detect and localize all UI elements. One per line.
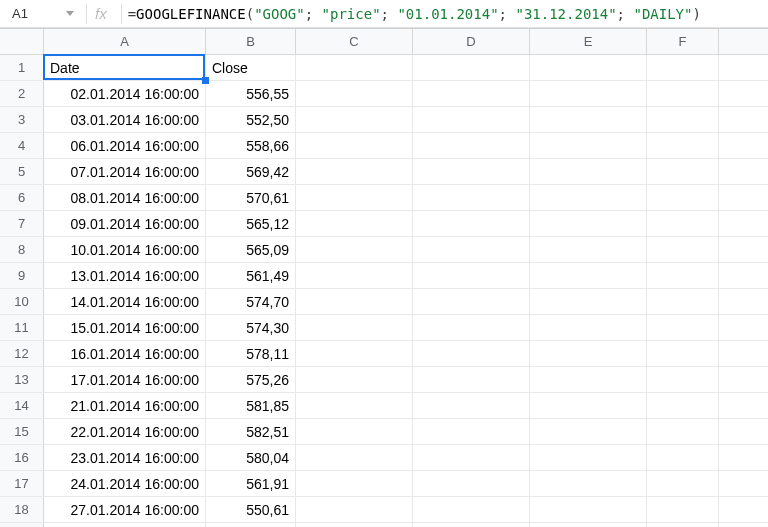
- cell-f1[interactable]: [647, 55, 719, 80]
- cell-a19[interactable]: 28.01.2014 16:00:00: [44, 523, 206, 527]
- cell-f5[interactable]: [647, 159, 719, 184]
- cell-e9[interactable]: [530, 263, 647, 288]
- row-header[interactable]: 16: [0, 445, 44, 470]
- cell-a13[interactable]: 17.01.2014 16:00:00: [44, 367, 206, 392]
- cell-b14[interactable]: 581,85: [206, 393, 296, 418]
- cell-e11[interactable]: [530, 315, 647, 340]
- cell-e15[interactable]: [530, 419, 647, 444]
- cell-d6[interactable]: [413, 185, 530, 210]
- cell-d19[interactable]: [413, 523, 530, 527]
- row-header[interactable]: 18: [0, 497, 44, 522]
- cell-f12[interactable]: [647, 341, 719, 366]
- formula-input[interactable]: =GOOGLEFINANCE("GOOG"; "price"; "01.01.2…: [128, 6, 764, 22]
- column-header-a[interactable]: A: [44, 29, 206, 54]
- cell-d17[interactable]: [413, 471, 530, 496]
- cell-d14[interactable]: [413, 393, 530, 418]
- cell-b5[interactable]: 569,42: [206, 159, 296, 184]
- cell-b3[interactable]: 552,50: [206, 107, 296, 132]
- cell-e8[interactable]: [530, 237, 647, 262]
- cell-c9[interactable]: [296, 263, 413, 288]
- cell-b11[interactable]: 574,30: [206, 315, 296, 340]
- cell-e12[interactable]: [530, 341, 647, 366]
- cell-b1[interactable]: Close: [206, 55, 296, 80]
- cell-a11[interactable]: 15.01.2014 16:00:00: [44, 315, 206, 340]
- name-box[interactable]: A1: [4, 6, 80, 21]
- row-header[interactable]: 19: [0, 523, 44, 527]
- cell-b18[interactable]: 550,61: [206, 497, 296, 522]
- cell-e16[interactable]: [530, 445, 647, 470]
- cell-e2[interactable]: [530, 81, 647, 106]
- cell-d3[interactable]: [413, 107, 530, 132]
- cell-f13[interactable]: [647, 367, 719, 392]
- cell-e19[interactable]: [530, 523, 647, 527]
- cell-b9[interactable]: 561,49: [206, 263, 296, 288]
- column-header-d[interactable]: D: [413, 29, 530, 54]
- cell-c18[interactable]: [296, 497, 413, 522]
- cell-b6[interactable]: 570,61: [206, 185, 296, 210]
- cell-c2[interactable]: [296, 81, 413, 106]
- cell-a17[interactable]: 24.01.2014 16:00:00: [44, 471, 206, 496]
- cell-b7[interactable]: 565,12: [206, 211, 296, 236]
- cell-c17[interactable]: [296, 471, 413, 496]
- cell-c6[interactable]: [296, 185, 413, 210]
- cell-d15[interactable]: [413, 419, 530, 444]
- cell-c5[interactable]: [296, 159, 413, 184]
- row-header[interactable]: 4: [0, 133, 44, 158]
- cell-e3[interactable]: [530, 107, 647, 132]
- row-header[interactable]: 7: [0, 211, 44, 236]
- cell-b2[interactable]: 556,55: [206, 81, 296, 106]
- cell-d9[interactable]: [413, 263, 530, 288]
- row-header[interactable]: 2: [0, 81, 44, 106]
- cell-f19[interactable]: [647, 523, 719, 527]
- row-header[interactable]: 8: [0, 237, 44, 262]
- cell-b12[interactable]: 578,11: [206, 341, 296, 366]
- cell-c12[interactable]: [296, 341, 413, 366]
- cell-f14[interactable]: [647, 393, 719, 418]
- cell-c14[interactable]: [296, 393, 413, 418]
- cell-f9[interactable]: [647, 263, 719, 288]
- cell-b15[interactable]: 582,51: [206, 419, 296, 444]
- cell-f3[interactable]: [647, 107, 719, 132]
- row-header[interactable]: 17: [0, 471, 44, 496]
- cell-e1[interactable]: [530, 55, 647, 80]
- cell-a10[interactable]: 14.01.2014 16:00:00: [44, 289, 206, 314]
- row-header[interactable]: 14: [0, 393, 44, 418]
- cell-c10[interactable]: [296, 289, 413, 314]
- cell-c16[interactable]: [296, 445, 413, 470]
- row-header[interactable]: 15: [0, 419, 44, 444]
- cell-f10[interactable]: [647, 289, 719, 314]
- cell-a16[interactable]: 23.01.2014 16:00:00: [44, 445, 206, 470]
- cell-a2[interactable]: 02.01.2014 16:00:00: [44, 81, 206, 106]
- cell-f16[interactable]: [647, 445, 719, 470]
- cell-b17[interactable]: 561,91: [206, 471, 296, 496]
- row-header[interactable]: 3: [0, 107, 44, 132]
- column-header-b[interactable]: B: [206, 29, 296, 54]
- cell-e13[interactable]: [530, 367, 647, 392]
- cell-a8[interactable]: 10.01.2014 16:00:00: [44, 237, 206, 262]
- cell-c4[interactable]: [296, 133, 413, 158]
- cell-b8[interactable]: 565,09: [206, 237, 296, 262]
- cell-d4[interactable]: [413, 133, 530, 158]
- cell-d11[interactable]: [413, 315, 530, 340]
- cell-c19[interactable]: [296, 523, 413, 527]
- cell-e7[interactable]: [530, 211, 647, 236]
- cell-b19[interactable]: 561,50: [206, 523, 296, 527]
- cell-d13[interactable]: [413, 367, 530, 392]
- row-header[interactable]: 1: [0, 55, 44, 80]
- cell-f4[interactable]: [647, 133, 719, 158]
- cell-c15[interactable]: [296, 419, 413, 444]
- row-header[interactable]: 9: [0, 263, 44, 288]
- cell-c11[interactable]: [296, 315, 413, 340]
- column-header-f[interactable]: F: [647, 29, 719, 54]
- cell-f18[interactable]: [647, 497, 719, 522]
- cell-f6[interactable]: [647, 185, 719, 210]
- cell-d10[interactable]: [413, 289, 530, 314]
- cell-e5[interactable]: [530, 159, 647, 184]
- cell-a15[interactable]: 22.01.2014 16:00:00: [44, 419, 206, 444]
- cell-b16[interactable]: 580,04: [206, 445, 296, 470]
- cell-c8[interactable]: [296, 237, 413, 262]
- cell-e17[interactable]: [530, 471, 647, 496]
- cell-e10[interactable]: [530, 289, 647, 314]
- cell-c1[interactable]: [296, 55, 413, 80]
- cell-a7[interactable]: 09.01.2014 16:00:00: [44, 211, 206, 236]
